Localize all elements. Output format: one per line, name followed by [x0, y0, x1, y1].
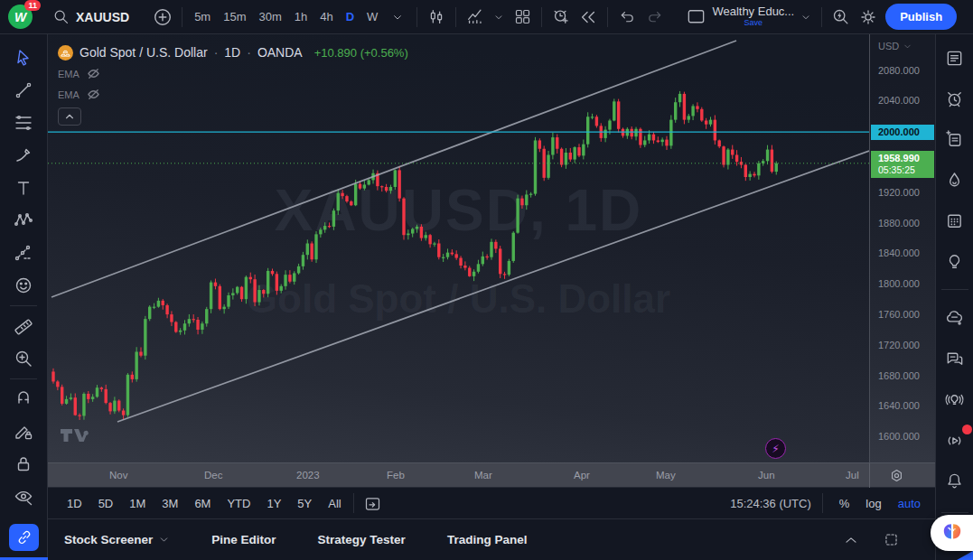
auto-scale-button[interactable]: auto [893, 494, 926, 513]
percent-scale-button[interactable]: % [834, 494, 856, 513]
alerts-button[interactable] [941, 86, 968, 111]
measure-tool-button[interactable] [8, 313, 39, 339]
panel-tab-pine-editor[interactable]: Pine Editor [211, 533, 276, 546]
trend-line-tool-button[interactable] [8, 78, 39, 103]
layout-name-menu[interactable]: Wealthy Educ... Save [712, 5, 794, 29]
pencil-lock-icon [13, 421, 34, 443]
live-ideas-button[interactable] [941, 387, 968, 412]
chevron-down-icon [492, 11, 505, 23]
legend-main-row[interactable]: Gold Spot / U.S. Dollar · 1D · OANDA +10… [58, 42, 408, 63]
chart-style-button[interactable] [423, 4, 450, 31]
time-tick-label: Dec [204, 463, 222, 488]
hotlists-button[interactable] [941, 167, 968, 192]
timeframe-4h-button[interactable]: 4h [313, 5, 339, 30]
layout-menu-chevron[interactable] [796, 4, 816, 31]
eye-hidden-icon[interactable] [87, 67, 100, 80]
scale-settings-button[interactable] [888, 467, 905, 488]
hide-drawings-button[interactable] [8, 484, 39, 509]
panel-maximize-button[interactable] [877, 527, 904, 554]
watchlist-button[interactable] [941, 45, 968, 70]
redo-button[interactable] [641, 4, 668, 31]
select-layout-button[interactable] [509, 4, 536, 31]
eye-hidden-icon[interactable] [87, 88, 100, 101]
indicators-menu-button[interactable] [489, 4, 509, 31]
bar-replay-button[interactable] [575, 4, 602, 31]
price-scale[interactable]: USD 2080.0002040.0002000.0001920.0001880… [869, 34, 935, 462]
undo-arrow-icon [618, 7, 637, 26]
price-scale-currency[interactable]: USD [878, 41, 912, 51]
text-tool-button[interactable] [8, 175, 39, 201]
tradingview-logo[interactable] [60, 426, 90, 448]
layout-button[interactable] [682, 4, 710, 31]
range-1m-button[interactable]: 1M [123, 493, 152, 514]
log-scale-button[interactable]: log [860, 494, 886, 513]
panel-tab-stock-screener[interactable]: Stock Screener [64, 533, 170, 546]
bar-countdown: 05:35:25 [878, 164, 934, 176]
legend-collapse-button[interactable] [58, 107, 81, 126]
chevron-up-icon [64, 111, 75, 122]
clock-utc[interactable]: 15:24:36 (UTC) [730, 497, 811, 510]
pattern-tool-button[interactable] [8, 208, 39, 233]
ai-assistant-button[interactable] [931, 515, 973, 551]
timeframe-5m-button[interactable]: 5m [188, 5, 217, 30]
text-icon [13, 177, 34, 199]
create-alert-button[interactable] [547, 4, 575, 31]
indicator-row-ema-2[interactable]: EMA [58, 84, 408, 105]
minds-button[interactable] [941, 305, 968, 331]
user-avatar[interactable]: W 11 [8, 5, 33, 29]
chart-area[interactable]: XAUUSD, 1D Gold Spot / U.S. Dollar Gold … [48, 34, 869, 462]
range-6m-button[interactable]: 6M [188, 493, 217, 514]
streams-button[interactable] [941, 427, 968, 453]
legend-interval[interactable]: 1D [224, 45, 240, 60]
lock-drawings-button[interactable] [8, 452, 39, 477]
range-5y-button[interactable]: 5Y [291, 493, 318, 514]
timeframe-d-button[interactable]: D [340, 5, 360, 30]
zoom-in-icon [13, 348, 34, 369]
time-scale[interactable]: NovDec2023FebMarAprMayJunJul [48, 462, 935, 487]
save-label[interactable]: Save [744, 17, 763, 29]
panel-tab-strategy-tester[interactable]: Strategy Tester [318, 533, 406, 546]
forecast-tool-button[interactable] [8, 240, 39, 266]
stay-in-drawing-mode-button[interactable] [8, 419, 39, 444]
chat-bubbles-icon [944, 349, 965, 369]
price-tick-label: 1840.000 [878, 247, 920, 258]
panel-expand-button[interactable] [837, 527, 865, 554]
zoom-in-tool-button[interactable] [8, 346, 39, 371]
undo-button[interactable] [613, 4, 641, 31]
quick-search-button[interactable] [828, 4, 855, 31]
text-notes-button[interactable] [941, 126, 968, 152]
publish-button[interactable]: Publish [885, 4, 957, 30]
timeframe-15m-button[interactable]: 15m [217, 5, 252, 30]
range-1d-button[interactable]: 1D [61, 493, 89, 514]
panel-tab-trading-panel[interactable]: Trading Panel [447, 533, 528, 546]
alert-clock-icon [551, 7, 571, 27]
boost-lightning-icon[interactable]: ⚡ [765, 438, 786, 459]
emoji-tool-button[interactable] [8, 273, 39, 298]
magnet-mode-button[interactable] [8, 387, 39, 412]
timeframe-w-button[interactable]: W [360, 5, 384, 30]
compare-add-symbol-button[interactable] [149, 4, 176, 31]
notification-count-badge: 11 [24, 0, 41, 11]
indicators-button[interactable] [462, 4, 489, 31]
go-to-date-button[interactable] [360, 490, 387, 517]
range-5d-button[interactable]: 5D [92, 493, 120, 514]
timeframe-menu-button[interactable] [384, 4, 411, 31]
cursor-tool-button[interactable] [8, 45, 39, 70]
indicator-row-ema-1[interactable]: EMA [58, 63, 408, 84]
range-all-button[interactable]: All [322, 493, 347, 514]
timeframe-1h-button[interactable]: 1h [288, 5, 313, 30]
timeframe-30m-button[interactable]: 30m [252, 5, 287, 30]
ideas-button[interactable] [941, 248, 968, 274]
range-ytd-button[interactable]: YTD [220, 493, 257, 514]
symbol-search-button[interactable]: XAUUSD [45, 4, 136, 31]
fib-retracement-tool-button[interactable] [8, 110, 39, 135]
range-3m-button[interactable]: 3M [155, 493, 184, 514]
economic-calendar-button[interactable] [941, 208, 968, 233]
lock-icon [13, 453, 34, 475]
chat-button[interactable] [941, 346, 968, 371]
notifications-button[interactable] [941, 468, 968, 493]
settings-button[interactable] [855, 4, 882, 31]
sync-drawings-button[interactable] [9, 524, 39, 551]
range-1y-button[interactable]: 1Y [260, 493, 287, 514]
brush-tool-button[interactable] [8, 143, 39, 168]
